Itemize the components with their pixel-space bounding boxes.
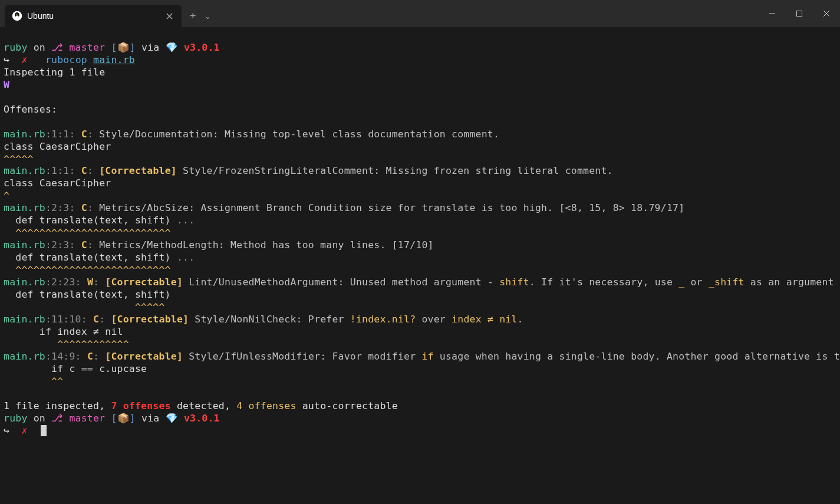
maximize-button[interactable] — [786, 0, 813, 27]
stash-icon: 📦 — [117, 413, 130, 424]
offense-5-code: def translate(text, shift) — [4, 289, 171, 300]
terminal-output[interactable]: ruby on ⎇ master [📦] via 💎 v3.0.1 ↪ ✗ ru… — [0, 27, 840, 439]
prompt-line-2: ↪ ✗ rubocop main.rb — [4, 54, 135, 65]
summary-line: 1 file inspected, 7 offenses detected, 4… — [4, 400, 398, 411]
minimize-button[interactable] — [759, 0, 786, 27]
tab-close-button[interactable] — [164, 11, 174, 21]
stash-icon: 📦 — [117, 42, 130, 53]
offense-4-code: def translate(text, shift) ... — [4, 252, 195, 263]
offense-7-caret: ^^ — [4, 375, 63, 387]
offense-6-caret: ^^^^^^^^^^^^ — [4, 338, 129, 350]
tab-title: Ubuntu — [27, 11, 159, 21]
x-icon: ✗ — [21, 54, 27, 65]
offense-7-code: if c == c.upcase — [4, 363, 147, 374]
svg-point-4 — [18, 14, 19, 15]
branch-icon: ⎇ — [51, 42, 63, 53]
diamond-icon: 💎 — [166, 42, 178, 53]
offense-7: main.rb:14:9: C: [Correctable] Style/IfU… — [4, 351, 840, 362]
x-icon: ✗ — [21, 425, 27, 436]
offense-5: main.rb:2:23: W: [Correctable] Lint/Unus… — [4, 276, 840, 288]
branch-icon: ⎇ — [51, 413, 63, 424]
arrow-icon: ↪ — [4, 425, 9, 436]
titlebar: Ubuntu + ⌄ — [0, 0, 840, 27]
prompt-line-1: ruby on ⎇ master [📦] via 💎 v3.0.1 — [4, 42, 220, 53]
offense-2: main.rb:1:1: C: [Correctable] Style/Froz… — [4, 165, 613, 176]
close-button[interactable] — [813, 0, 840, 27]
svg-point-3 — [16, 14, 17, 15]
tab-dropdown-button[interactable]: ⌄ — [205, 12, 211, 21]
new-tab-button[interactable]: + — [190, 10, 196, 22]
tab-ubuntu[interactable]: Ubuntu — [5, 5, 182, 27]
offense-1-code: class CaesarCipher — [4, 141, 111, 152]
offense-4-caret: ^^^^^^^^^^^^^^^^^^^^^^^^^^ — [4, 264, 171, 275]
ubuntu-penguin-icon — [12, 11, 22, 21]
prompt-line-3: ruby on ⎇ master [📦] via 💎 v3.0.1 — [4, 413, 220, 424]
offense-6-code: if index ≠ nil — [4, 326, 123, 337]
window-controls — [759, 0, 840, 27]
offense-5-caret: ^^^^^ — [4, 301, 165, 312]
offense-1: main.rb:1:1: C: Style/Documentation: Mis… — [4, 129, 499, 140]
cursor — [41, 425, 47, 436]
offense-4: main.rb:2:3: C: Metrics/MethodLength: Me… — [4, 239, 434, 251]
prompt-line-4[interactable]: ↪ ✗ — [4, 425, 47, 436]
svg-rect-5 — [797, 11, 802, 17]
diamond-icon: 💎 — [166, 413, 178, 424]
offense-2-code: class CaesarCipher — [4, 177, 111, 189]
tabbar-actions: + ⌄ — [190, 5, 211, 27]
offense-6: main.rb:11:10: C: [Correctable] Style/No… — [4, 314, 523, 325]
offense-1-caret: ^^^^^ — [4, 153, 34, 164]
offenses-header: Offenses: — [4, 104, 57, 115]
offense-2-caret: ^ — [4, 190, 9, 201]
arrow-icon: ↪ — [4, 54, 9, 65]
offense-3-code: def translate(text, shift) ... — [4, 215, 195, 226]
status-w: W — [4, 79, 9, 90]
inspecting-line: Inspecting 1 file — [4, 67, 105, 78]
offense-3: main.rb:2:3: C: Metrics/AbcSize: Assignm… — [4, 202, 684, 213]
offense-3-caret: ^^^^^^^^^^^^^^^^^^^^^^^^^^ — [4, 227, 171, 238]
